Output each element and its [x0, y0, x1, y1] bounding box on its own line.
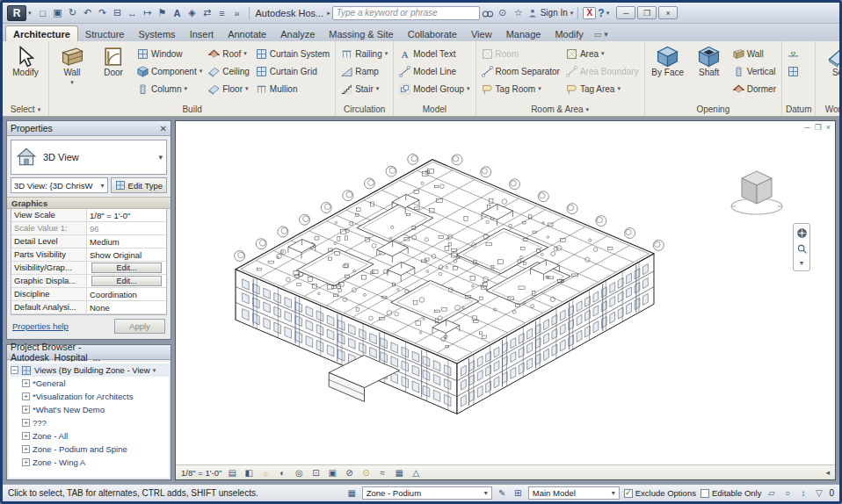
- tab-annotate[interactable]: Annotate: [221, 26, 273, 41]
- tab-architecture[interactable]: Architecture: [5, 25, 78, 41]
- ribbon-display-chevron-icon[interactable]: ▾: [604, 30, 608, 39]
- favorites-star-icon[interactable]: ☆: [512, 6, 526, 20]
- vertical-opening-button[interactable]: Vertical: [730, 62, 779, 80]
- shadows-icon[interactable]: ◐: [276, 466, 288, 479]
- view-minimize-icon[interactable]: ─: [804, 123, 809, 132]
- wall-opening-button[interactable]: Wall: [730, 45, 779, 62]
- reveal-hidden-elements-icon[interactable]: ⊙: [359, 466, 372, 479]
- tree-item-whats-new[interactable]: +*What's New Demo: [11, 403, 169, 416]
- apply-button[interactable]: Apply: [114, 319, 165, 334]
- select-pinned-icon[interactable]: ○: [781, 487, 793, 499]
- filter-icon[interactable]: ▽: [813, 487, 824, 499]
- tree-root-views[interactable]: − Views (By Building Zone - View ▾: [11, 364, 169, 377]
- tab-insert[interactable]: Insert: [183, 26, 221, 41]
- open-icon[interactable]: □: [36, 6, 50, 20]
- collapse-box-icon[interactable]: −: [11, 366, 18, 374]
- tag-room-button[interactable]: Tag Room▾: [479, 80, 563, 97]
- tag-area-button[interactable]: Tag Area▾: [563, 80, 642, 97]
- section-icon[interactable]: ⇄: [200, 6, 214, 20]
- tree-item-zone-wing-a[interactable]: +Zone - Wing A: [11, 456, 169, 469]
- text-icon[interactable]: A: [171, 6, 185, 20]
- close-icon[interactable]: ✕: [160, 124, 167, 133]
- steering-wheel-icon[interactable]: [796, 227, 808, 239]
- room-button[interactable]: Room: [479, 45, 563, 62]
- edit-type-button[interactable]: Edit Type: [111, 177, 167, 193]
- area-button[interactable]: Area▾: [563, 45, 642, 62]
- design-options-icon[interactable]: ⊞: [512, 487, 524, 499]
- exclude-options-checkbox[interactable]: ✓ Exclude Options: [624, 488, 696, 498]
- detail-level-icon[interactable]: ▤: [226, 466, 238, 479]
- model-text-button[interactable]: Model Text: [396, 45, 472, 62]
- expand-box-icon[interactable]: +: [22, 406, 30, 414]
- level-button[interactable]: [785, 45, 802, 62]
- discipline-value[interactable]: Coordination: [87, 288, 166, 300]
- tab-systems[interactable]: Systems: [131, 26, 182, 41]
- component-button[interactable]: Component▾: [134, 62, 205, 80]
- column-button[interactable]: Column▾: [134, 80, 205, 97]
- crop-view-icon[interactable]: ⊡: [309, 466, 322, 479]
- search-input[interactable]: Type a keyword or phrase: [332, 6, 480, 20]
- modify-button[interactable]: Modify: [5, 43, 46, 77]
- panel-label-room-area[interactable]: Room & Area▾: [476, 103, 644, 116]
- close-button[interactable]: ×: [658, 6, 678, 19]
- expand-box-icon[interactable]: +: [22, 445, 30, 453]
- select-links-icon[interactable]: ▱: [766, 487, 777, 499]
- tree-item-zone-all[interactable]: +Zone - All: [11, 429, 169, 443]
- dormer-opening-button[interactable]: Dormer: [730, 80, 779, 97]
- active-design-option-select[interactable]: Main Model ▾: [528, 486, 620, 500]
- worksharing-display-icon[interactable]: ≈: [376, 466, 388, 479]
- detail-level-value[interactable]: Medium: [87, 235, 166, 248]
- expand-box-icon[interactable]: +: [22, 432, 30, 440]
- tab-structure[interactable]: Structure: [78, 26, 132, 41]
- ribbon-display-toggle-icon[interactable]: ▭: [594, 30, 602, 39]
- communication-center-icon[interactable]: ⊙: [496, 6, 510, 20]
- show-crop-region-icon[interactable]: ▣: [326, 466, 338, 479]
- curtain-system-button[interactable]: Curtain System: [253, 45, 332, 62]
- expand-box-icon[interactable]: +: [22, 419, 30, 427]
- zoom-icon[interactable]: [796, 243, 808, 255]
- visual-style-icon[interactable]: ◧: [243, 466, 255, 479]
- model-line-button[interactable]: Model Line: [396, 62, 472, 80]
- set-work-plane-button[interactable]: Set: [818, 43, 839, 77]
- railing-button[interactable]: Railing▾: [338, 45, 390, 62]
- area-boundary-button[interactable]: Area Boundary: [563, 62, 642, 80]
- default-analysis-value[interactable]: None: [87, 301, 166, 313]
- sun-path-icon[interactable]: ☼: [259, 466, 272, 479]
- ramp-button[interactable]: Ramp: [338, 62, 390, 80]
- by-face-button[interactable]: By Face: [648, 43, 688, 77]
- expand-box-icon[interactable]: +: [22, 458, 30, 466]
- save-icon[interactable]: ▣: [51, 6, 65, 20]
- aligned-dimension-icon[interactable]: ↦: [141, 6, 155, 20]
- title-expander-icon[interactable]: ▸: [327, 10, 330, 17]
- view-scale-button[interactable]: 1/8" = 1'-0": [181, 468, 221, 478]
- tab-view[interactable]: View: [464, 26, 499, 41]
- properties-help-link[interactable]: Properties help: [12, 321, 69, 331]
- sync-icon[interactable]: ↻: [66, 6, 80, 20]
- editable-request-icon[interactable]: ✎: [497, 487, 508, 499]
- stair-button[interactable]: Stair▾: [338, 80, 390, 97]
- editable-only-checkbox[interactable]: Editable Only: [700, 488, 762, 498]
- help-icon[interactable]: ?: [598, 7, 604, 19]
- undo-icon[interactable]: ↶: [81, 6, 95, 20]
- shaft-button[interactable]: Shaft: [689, 43, 729, 77]
- search-binoculars-icon[interactable]: [482, 7, 494, 19]
- redo-icon[interactable]: ↷: [96, 6, 110, 20]
- tree-item-zone-podium-spine[interactable]: +Zone - Podium and Spine: [11, 443, 169, 456]
- grid-button[interactable]: [785, 62, 802, 80]
- model-group-button[interactable]: Model Group▾: [396, 80, 472, 97]
- ceiling-button[interactable]: Ceiling: [206, 62, 252, 80]
- type-selector[interactable]: 3D View ▾: [11, 140, 167, 175]
- tab-manage[interactable]: Manage: [499, 26, 548, 41]
- roof-button[interactable]: Roof▾: [206, 45, 252, 62]
- drag-elements-icon[interactable]: ↕: [797, 487, 809, 499]
- viewcube[interactable]: [724, 163, 789, 220]
- expand-box-icon[interactable]: +: [22, 379, 30, 387]
- parts-visibility-value[interactable]: Show Original: [87, 248, 166, 261]
- print-icon[interactable]: ⊟: [111, 6, 125, 20]
- restore-button[interactable]: ❐: [637, 6, 657, 19]
- scroll-left-icon[interactable]: ◂: [825, 468, 830, 477]
- temporary-hide-isolate-icon[interactable]: ⊘: [343, 466, 355, 479]
- mullion-button[interactable]: Mullion: [253, 80, 332, 97]
- tab-massing-site[interactable]: Massing & Site: [322, 26, 400, 41]
- visibility-edit-button[interactable]: Edit...: [91, 263, 162, 273]
